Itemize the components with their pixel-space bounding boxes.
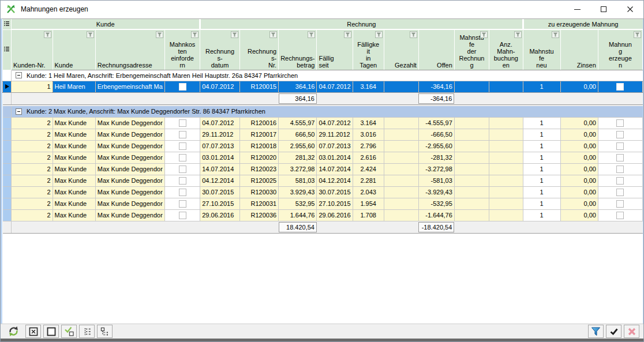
mahnkosten-checkbox[interactable] xyxy=(179,189,186,196)
column-filter-icon[interactable] xyxy=(231,31,238,38)
cell-mahnstufe-neu[interactable]: 1 xyxy=(523,81,560,92)
cell-faelligkeit-in-tagen[interactable]: 2.616 xyxy=(353,152,384,163)
cell-mahnstufe-der-rechnung[interactable] xyxy=(454,140,489,152)
cell-rechnungsdatum[interactable]: 27.10.2015 xyxy=(200,198,240,209)
cell-rechnungsadresse[interactable]: Max Kunde Deggendor xyxy=(95,186,164,198)
cell-kunden-nr[interactable]: 2 xyxy=(12,140,53,152)
cell-mahnstufe-neu[interactable]: 1 xyxy=(523,140,560,152)
cell-mahnstufe-neu[interactable]: 1 xyxy=(523,152,560,163)
cell-kunde[interactable]: Heil Maren xyxy=(53,81,95,92)
cell-kunden-nr[interactable]: 2 xyxy=(12,198,53,209)
cell-anz-mahnbuchungen[interactable] xyxy=(489,209,523,221)
cell-kunde[interactable]: Max Kunde xyxy=(53,175,95,186)
cell-rechnungsbetrag[interactable]: 4.555,97 xyxy=(279,117,317,129)
cell-gezahlt[interactable] xyxy=(384,81,418,92)
cell-gezahlt[interactable] xyxy=(384,140,418,152)
row-indicator[interactable] xyxy=(3,129,12,140)
column-header-rechnungsdatum[interactable]: Rechnung s- datum xyxy=(200,29,240,70)
cell-rechnungsdatum[interactable]: 04.12.2014 xyxy=(200,175,240,186)
cell-rechnungsadresse[interactable]: Erbengemeinschaft Ma xyxy=(95,81,164,92)
cell-faelligkeit-in-tagen[interactable]: 2.424 xyxy=(353,163,384,175)
cell-offen[interactable]: -281,32 xyxy=(418,152,454,163)
cell-mahnkosten-einfordern[interactable] xyxy=(164,198,200,209)
filter-button[interactable] xyxy=(588,325,604,338)
column-header-rechnungsbetrag[interactable]: Rechnungs- betrag xyxy=(279,29,317,70)
cell-faellig-seit[interactable]: 07.07.2013 xyxy=(317,140,353,152)
cell-faelligkeit-in-tagen[interactable]: 2.281 xyxy=(353,175,384,186)
column-filter-icon[interactable] xyxy=(44,31,51,38)
expand-groups-button[interactable] xyxy=(79,325,95,338)
row-indicator[interactable] xyxy=(3,106,12,117)
mahnkosten-checkbox[interactable] xyxy=(179,166,186,173)
cell-rechnungsadresse[interactable]: Max Kunde Deggendor xyxy=(95,209,164,221)
row-indicator[interactable] xyxy=(3,81,12,92)
cell-kunden-nr[interactable]: 2 xyxy=(12,117,53,129)
cell-rechnungsdatum[interactable]: 29.06.2016 xyxy=(200,209,240,221)
cell-faellig-seit[interactable]: 14.07.2014 xyxy=(317,163,353,175)
cell-rechnungs-nr[interactable]: R120036 xyxy=(239,209,278,221)
cell-faelligkeit-in-tagen[interactable]: 3.164 xyxy=(353,117,384,129)
cell-mahnstufe-neu[interactable]: 1 xyxy=(523,117,560,129)
cell-kunden-nr[interactable]: 2 xyxy=(12,209,53,221)
cell-kunde[interactable]: Max Kunde xyxy=(53,117,95,129)
cell-rechnungsdatum[interactable]: 07.07.2013 xyxy=(200,140,240,152)
column-header-zinsen[interactable]: Zinsen xyxy=(560,29,598,70)
cell-kunden-nr[interactable]: 1 xyxy=(12,81,53,92)
cell-zinsen[interactable]: 0,00 xyxy=(560,129,598,140)
cell-rechnungsdatum[interactable]: 30.07.2015 xyxy=(200,186,240,198)
cell-kunde[interactable]: Max Kunde xyxy=(53,140,95,152)
column-filter-icon[interactable] xyxy=(552,31,559,38)
cell-mahnstufe-der-rechnung[interactable] xyxy=(454,186,489,198)
cell-anz-mahnbuchungen[interactable] xyxy=(489,81,523,92)
cell-rechnungsdatum[interactable]: 03.01.2014 xyxy=(200,152,240,163)
cell-rechnungs-nr[interactable]: R120016 xyxy=(239,117,278,129)
cell-zinsen[interactable]: 0,00 xyxy=(560,186,598,198)
cell-offen[interactable]: -2.955,60 xyxy=(418,140,454,152)
cell-gezahlt[interactable] xyxy=(384,163,418,175)
mahnung-erzeugen-checkbox[interactable] xyxy=(616,212,624,219)
mahnung-erzeugen-checkbox[interactable] xyxy=(616,83,624,91)
mahnung-erzeugen-checkbox[interactable] xyxy=(616,200,624,208)
table-row[interactable]: 2Max KundeMax Kunde Deggendor29.11.2012R… xyxy=(3,129,643,140)
table-row[interactable]: 2Max KundeMax Kunde Deggendor27.10.2015R… xyxy=(3,198,643,209)
column-filter-icon[interactable] xyxy=(514,31,522,38)
check-all-button[interactable] xyxy=(25,325,41,338)
column-filter-icon[interactable] xyxy=(269,31,277,38)
cell-rechnungsbetrag[interactable]: 532,95 xyxy=(279,198,317,209)
cell-mahnkosten-einfordern[interactable] xyxy=(164,140,200,152)
cell-rechnungs-nr[interactable]: R120023 xyxy=(239,163,278,175)
cell-kunden-nr[interactable]: 2 xyxy=(12,129,53,140)
table-row[interactable]: 2Max KundeMax Kunde Deggendor04.12.2014R… xyxy=(3,175,643,186)
cell-rechnungs-nr[interactable]: R120018 xyxy=(239,140,278,152)
mahnung-erzeugen-checkbox[interactable] xyxy=(616,142,624,150)
cell-gezahlt[interactable] xyxy=(384,117,418,129)
group-header-row[interactable]: Kunde: 2 Max Kunde, Anschrift: Max Kunde… xyxy=(3,106,643,117)
column-header-mahnkosten-einfordern[interactable]: Mahnkos ten einforde rn xyxy=(164,29,200,70)
cell-faellig-seit[interactable]: 04.07.2012 xyxy=(317,117,353,129)
refresh-button[interactable] xyxy=(6,325,21,338)
row-indicator[interactable] xyxy=(3,152,12,163)
cell-kunde[interactable]: Max Kunde xyxy=(53,129,95,140)
cell-mahnstufe-der-rechnung[interactable] xyxy=(454,163,489,175)
close-button[interactable] xyxy=(617,1,643,18)
cell-offen[interactable]: -666,50 xyxy=(418,129,454,140)
row-indicator[interactable] xyxy=(3,117,12,129)
cell-zinsen[interactable]: 0,00 xyxy=(560,117,598,129)
cell-rechnungsdatum[interactable]: 04.07.2012 xyxy=(200,117,240,129)
cell-anz-mahnbuchungen[interactable] xyxy=(489,129,523,140)
cell-mahnstufe-neu[interactable]: 1 xyxy=(523,186,560,198)
cell-rechnungsbetrag[interactable]: 3.929,43 xyxy=(279,186,317,198)
cell-gezahlt[interactable] xyxy=(384,198,418,209)
cancel-button[interactable] xyxy=(624,325,639,338)
cell-mahnung-erzeugen[interactable] xyxy=(598,129,642,140)
table-row[interactable]: 2Max KundeMax Kunde Deggendor07.07.2013R… xyxy=(3,140,643,152)
mahnkosten-checkbox[interactable] xyxy=(179,212,186,219)
mahnkosten-checkbox[interactable] xyxy=(179,131,186,138)
column-header-kunden-nr[interactable]: Kunden-Nr. xyxy=(12,29,53,70)
cell-gezahlt[interactable] xyxy=(384,209,418,221)
cell-offen[interactable]: -4.555,97 xyxy=(418,117,454,129)
cell-mahnstufe-der-rechnung[interactable] xyxy=(454,209,489,221)
cell-gezahlt[interactable] xyxy=(384,186,418,198)
cell-mahnkosten-einfordern[interactable] xyxy=(164,209,200,221)
column-header-kunde[interactable]: Kunde xyxy=(53,29,95,70)
